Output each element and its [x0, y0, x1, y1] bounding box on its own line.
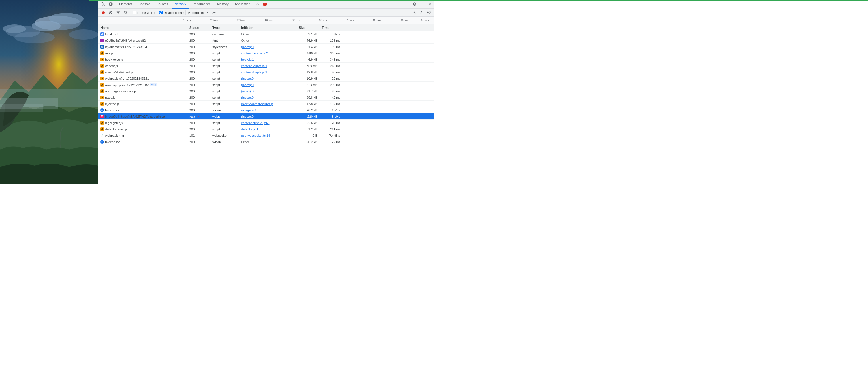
preserve-log-input[interactable]	[132, 11, 136, 14]
network-settings-button[interactable]	[426, 9, 432, 16]
tab-console[interactable]: Console	[136, 0, 153, 9]
initiator-link[interactable]: inject-content-scripts.js	[241, 102, 274, 106]
file-type-icon: J	[100, 102, 104, 106]
file-type-icon: J	[100, 58, 104, 62]
devtools-settings-button[interactable]: ⚙	[411, 1, 418, 8]
table-row[interactable]: J app-pages-internals.js 200 script (ind…	[98, 88, 434, 95]
initiator-link[interactable]: (index):0	[241, 83, 254, 87]
initiator-link[interactable]: hook.js:1	[241, 58, 254, 61]
table-row[interactable]: J detector-exec.js 200 script detector.j…	[98, 126, 434, 132]
landscape-panel	[0, 0, 98, 184]
devtools-close-button[interactable]: ✕	[426, 1, 433, 8]
disable-cache-checkbox[interactable]: Disable cache	[159, 11, 184, 14]
initiator-link[interactable]: use-websocket.ts:16	[241, 134, 270, 137]
initiator-link[interactable]: content.bundle.js:2	[241, 52, 268, 55]
tick-90ms: 90 ms	[401, 19, 408, 22]
table-row[interactable]: J hook-exec.js 200 script hook.js:1 6.9 …	[98, 57, 434, 63]
record-button[interactable]	[100, 9, 106, 16]
col-header-time[interactable]: Time	[319, 26, 343, 29]
tab-elements[interactable]: Elements	[116, 0, 135, 9]
cell-status: 200	[187, 108, 210, 112]
col-header-name[interactable]: Name	[98, 26, 187, 29]
table-row[interactable]: J main-app.js?v=1722021243151webp 200 sc…	[98, 82, 434, 88]
initiator-link[interactable]: contentScripts.js:1	[241, 64, 267, 68]
tick-70ms: 70 ms	[346, 19, 354, 22]
initiator-link[interactable]: (index):0	[241, 77, 254, 80]
table-row[interactable]: J injected.js 200 script inject-content-…	[98, 101, 434, 107]
tab-sources[interactable]: Sources	[154, 0, 171, 9]
toolbar-separator-2	[185, 10, 186, 15]
cell-size: 580 kB	[297, 52, 319, 55]
cell-type: script	[210, 83, 239, 87]
initiator-link[interactable]: (index):0	[241, 115, 254, 119]
table-row[interactable]: J webpack.js?v=1722021243151 200 script …	[98, 75, 434, 82]
initiator-link[interactable]: detector.js:1	[241, 128, 258, 131]
table-row[interactable]: J highlighter.js 200 script content.bund…	[98, 120, 434, 126]
filter-button[interactable]	[115, 9, 121, 16]
error-badge: 1	[262, 3, 267, 6]
svg-rect-12	[110, 2, 112, 5]
cell-initiator: detector.js:1	[239, 128, 297, 131]
cell-type: script	[210, 58, 239, 61]
file-type-icon: J	[100, 83, 104, 87]
table-row[interactable]: f c9a5bc6a7c948fb0-s.p.woff2 200 font Ot…	[98, 37, 434, 44]
table-row[interactable]: J axe.js 200 script content.bundle.js:2 …	[98, 50, 434, 57]
initiator-link[interactable]: content.bundle.js:61	[241, 121, 270, 125]
table-row[interactable]: C layout.css?v=1722021243151 200 stylesh…	[98, 44, 434, 50]
cell-status: 200	[187, 45, 210, 49]
table-row[interactable]: 🖼 image?url=https%3A%2F%2Fucarecdn.co...…	[98, 113, 434, 120]
table-row[interactable]: ● favicon.ico 200 x-icon inpage.js:1 26.…	[98, 107, 434, 113]
cell-time: 1.51 s	[319, 108, 343, 112]
export-button[interactable]	[418, 9, 425, 16]
file-type-icon: d	[100, 32, 104, 36]
preserve-log-checkbox[interactable]: Preserve log	[132, 11, 155, 14]
col-header-status[interactable]: Status	[187, 26, 210, 29]
cell-status: 200	[187, 64, 210, 68]
tab-application[interactable]: Application	[232, 0, 253, 9]
tick-10ms: 10 ms	[183, 19, 191, 22]
cell-name: C layout.css?v=1722021243151	[98, 45, 187, 49]
table-row[interactable]: J vendor.js 200 script contentScripts.js…	[98, 63, 434, 69]
cell-time: Pending	[319, 134, 343, 137]
initiator-link[interactable]: (index):0	[241, 90, 254, 93]
col-header-type[interactable]: Type	[210, 26, 239, 29]
initiator-text: Other	[241, 33, 249, 36]
cell-initiator: (index):0	[239, 115, 297, 119]
timeline-name-spacer	[98, 17, 187, 24]
cell-type: script	[210, 121, 239, 125]
table-row[interactable]: ⇄ webpack-hmr 101 websocket use-websocke…	[98, 132, 434, 139]
network-table[interactable]: Name Status Type Initiator Size Time d l…	[98, 24, 434, 184]
table-row[interactable]: J injectWalletGuard.js 200 script conten…	[98, 69, 434, 75]
filename-text: favicon.ico	[105, 140, 120, 144]
filename-text: c9a5bc6a7c948fb0-s.p.woff2	[105, 39, 146, 42]
col-header-size[interactable]: Size	[297, 26, 319, 29]
filename-text: layout.css?v=1722021243151	[105, 45, 147, 49]
table-row[interactable]: ● favicon.ico 200 x-icon Other 26.2 kB 2…	[98, 139, 434, 145]
devtools-more-button[interactable]: ⋮	[418, 1, 425, 8]
table-row[interactable]: J page.js 200 script (index):0 99.8 kB 4…	[98, 95, 434, 101]
initiator-link[interactable]: contentScripts.js:1	[241, 71, 267, 74]
tab-memory[interactable]: Memory	[214, 0, 231, 9]
initiator-link[interactable]: inpage.js:1	[241, 108, 256, 112]
tab-network[interactable]: Network	[172, 0, 189, 9]
clear-button[interactable]	[107, 9, 114, 16]
cell-type: stylesheet	[210, 45, 239, 49]
cell-initiator: content.bundle.js:2	[239, 52, 297, 55]
initiator-link[interactable]: (index):0	[241, 96, 254, 99]
import-button[interactable]	[411, 9, 417, 16]
cell-initiator: (index):0	[239, 77, 297, 80]
search-button[interactable]	[122, 9, 129, 16]
initiator-link[interactable]: (index):0	[241, 45, 254, 49]
throttling-select[interactable]: No throttling	[187, 10, 210, 15]
disable-cache-input[interactable]	[159, 11, 162, 14]
tab-performance[interactable]: Performance	[190, 0, 214, 9]
cell-type: x-icon	[210, 108, 239, 112]
col-header-initiator[interactable]: Initiator	[239, 26, 297, 29]
tab-overflow-button[interactable]: >>	[254, 3, 261, 6]
inspect-icon[interactable]	[99, 1, 106, 8]
network-conditions-button[interactable]	[211, 9, 218, 16]
device-icon[interactable]	[107, 1, 115, 8]
cell-type: script	[210, 71, 239, 74]
cell-time: 3.84 s	[319, 33, 343, 36]
table-row[interactable]: d localhost 200 document Other 3.1 kB 3.…	[98, 31, 434, 37]
